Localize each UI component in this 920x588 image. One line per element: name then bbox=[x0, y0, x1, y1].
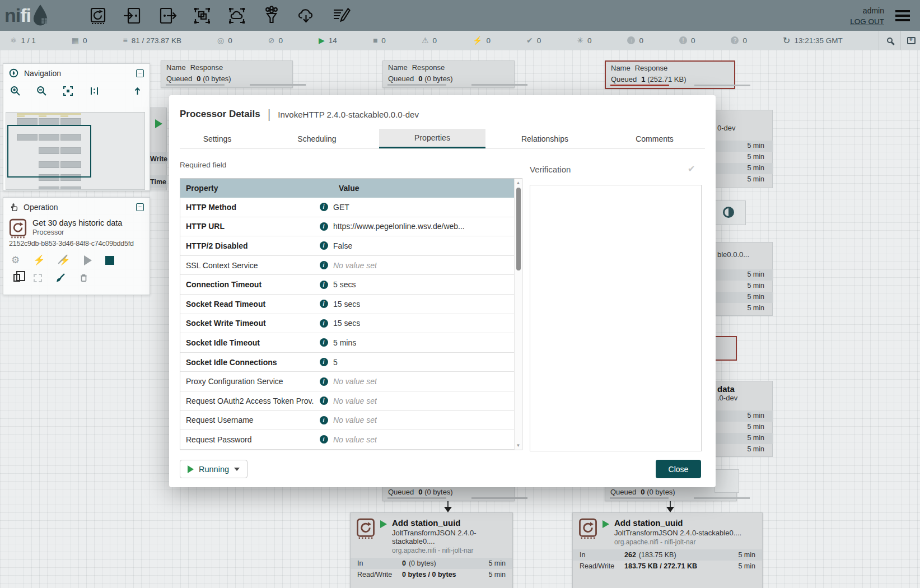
minimap-component bbox=[60, 186, 81, 190]
chevron-down-icon bbox=[234, 468, 240, 471]
connection-label[interactable]: NameResponse Queued0 (0 bytes) bbox=[161, 60, 293, 88]
scroll-down-icon[interactable]: ▼ bbox=[515, 443, 522, 448]
queue-bar bbox=[610, 497, 669, 499]
configure-icon[interactable]: ⚙ bbox=[11, 254, 20, 266]
info-icon[interactable]: i bbox=[320, 241, 328, 250]
processor-component-icon[interactable] bbox=[87, 4, 109, 27]
info-icon[interactable]: i bbox=[320, 281, 328, 289]
connection-label-alert[interactable]: NameResponse Queued1 (252.71 KB) bbox=[605, 60, 735, 89]
verify-properties-icon[interactable]: ✔ bbox=[688, 164, 695, 174]
run-state-dropdown[interactable]: Running bbox=[180, 460, 247, 478]
info-icon[interactable]: i bbox=[320, 416, 328, 424]
status-running: ▶14 bbox=[319, 36, 337, 45]
processor-icon bbox=[578, 518, 597, 539]
stat-window: 5 min bbox=[747, 153, 764, 161]
processor-name: Add station_uuid bbox=[392, 518, 507, 528]
queue-bar bbox=[471, 84, 527, 86]
info-icon[interactable]: i bbox=[320, 435, 328, 444]
stop-icon[interactable] bbox=[105, 256, 114, 265]
tab-settings[interactable]: Settings bbox=[180, 129, 255, 148]
stat-label-fragment: Write bbox=[150, 155, 167, 163]
tab-properties[interactable]: Properties bbox=[379, 129, 485, 148]
info-icon[interactable]: i bbox=[320, 222, 328, 231]
disable-icon[interactable]: ⚡ bbox=[58, 254, 70, 266]
info-icon[interactable]: i bbox=[320, 203, 328, 211]
minimap-viewport[interactable] bbox=[7, 125, 91, 178]
output-port-component-icon[interactable] bbox=[157, 4, 178, 27]
scrollbar-thumb[interactable] bbox=[516, 188, 521, 270]
info-icon[interactable]: i bbox=[320, 377, 328, 386]
search-button[interactable] bbox=[879, 31, 900, 50]
up-to-date-icon: ✔ bbox=[526, 36, 533, 45]
scroll-up-icon[interactable]: ▲ bbox=[515, 180, 522, 185]
info-icon[interactable]: i bbox=[320, 338, 328, 347]
info-icon[interactable]: i bbox=[320, 261, 328, 269]
birdseye-toggle-icon[interactable] bbox=[132, 86, 143, 96]
properties-table: Property Value HTTP Method i GET HTTP UR… bbox=[180, 178, 522, 450]
info-icon[interactable]: i bbox=[320, 396, 328, 405]
process-group-component-icon[interactable] bbox=[192, 4, 213, 27]
property-row: Proxy Configuration Service i No value s… bbox=[180, 372, 522, 391]
connection-label[interactable]: Queued0 (0 bytes) bbox=[382, 485, 515, 501]
nifi-logo: nifi bbox=[4, 3, 77, 28]
group-icon[interactable] bbox=[34, 274, 42, 282]
logout-link[interactable]: LOG OUT bbox=[850, 17, 884, 26]
template-component-icon[interactable] bbox=[296, 4, 317, 27]
connection-arrow bbox=[444, 507, 452, 512]
property-row: Request Password i No value set bbox=[180, 430, 522, 450]
tab-scheduling[interactable]: Scheduling bbox=[255, 129, 379, 148]
connection-label[interactable]: NameResponse Queued0 (0 bytes) bbox=[382, 60, 515, 88]
processor-card[interactable]: Add station_uuid JoltTransformJSON 2.4.0… bbox=[350, 512, 513, 588]
collapse-icon[interactable]: − bbox=[136, 203, 144, 211]
required-field-note: Required field bbox=[180, 161, 226, 169]
status-stopped: ■0 bbox=[373, 36, 386, 45]
running-status-icon bbox=[380, 520, 387, 528]
minimap-component bbox=[39, 186, 59, 190]
zoom-out-icon[interactable] bbox=[36, 86, 47, 96]
tab-comments[interactable]: Comments bbox=[604, 129, 705, 148]
close-button[interactable]: Close bbox=[656, 460, 701, 478]
zoom-fit-icon[interactable] bbox=[63, 86, 73, 96]
stat-window: 5 min bbox=[747, 282, 764, 290]
zoom-actual-icon[interactable] bbox=[89, 86, 100, 96]
enable-icon[interactable]: ⚡ bbox=[33, 254, 45, 266]
property-row: Socket Idle Timeout i 5 mins bbox=[180, 333, 522, 353]
label-component-icon[interactable] bbox=[330, 4, 352, 27]
logo-text: ni bbox=[4, 4, 20, 26]
status-transmitting: ◎0 bbox=[217, 36, 232, 45]
settings-icon bbox=[907, 37, 916, 44]
input-port-component-icon[interactable] bbox=[122, 4, 143, 27]
color-brush-icon[interactable] bbox=[55, 273, 66, 283]
delete-icon[interactable] bbox=[79, 273, 88, 283]
zoom-in-icon[interactable] bbox=[10, 86, 21, 96]
remote-process-group-component-icon[interactable] bbox=[226, 4, 247, 27]
copy-icon[interactable] bbox=[13, 274, 20, 282]
table-scrollbar[interactable]: ▲ ▼ bbox=[514, 179, 522, 450]
processor-card[interactable]: Add station_uuid JoltTransformJSON 2.4.0… bbox=[572, 512, 763, 588]
funnel-component-icon[interactable] bbox=[261, 4, 282, 27]
divider: | bbox=[268, 107, 271, 122]
status-refresh[interactable]: ↻13:21:35 GMT bbox=[783, 35, 843, 46]
running-status-icon bbox=[155, 119, 162, 128]
info-icon[interactable]: i bbox=[320, 319, 328, 328]
stale-icon: ↑ bbox=[627, 36, 635, 44]
start-icon[interactable] bbox=[84, 255, 92, 265]
settings-button[interactable] bbox=[901, 31, 920, 50]
info-icon[interactable]: i bbox=[320, 358, 328, 366]
processor-type-fragment: 0-dev bbox=[717, 124, 736, 132]
locally-modified-icon: ✳ bbox=[577, 36, 583, 45]
refresh-icon[interactable]: ↻ bbox=[783, 35, 790, 46]
dialog-subtitle: InvokeHTTP 2.4.0-stackable0.0.0-dev bbox=[278, 110, 419, 119]
global-menu-icon[interactable] bbox=[893, 8, 912, 24]
collapse-icon[interactable]: − bbox=[136, 69, 144, 77]
connection-queued-row: Queued0 (0 bytes) bbox=[161, 72, 292, 83]
birdseye-minimap[interactable] bbox=[6, 112, 145, 190]
connection-queued-row: Queued0 (0 bytes) bbox=[383, 72, 514, 83]
info-icon[interactable]: i bbox=[320, 300, 328, 308]
connection-name-row: NameResponse bbox=[606, 62, 734, 73]
active-threads-icon: ▦ bbox=[72, 36, 79, 45]
minimap-label bbox=[39, 115, 46, 117]
stat-window: 5 min bbox=[747, 175, 764, 183]
stat-window: 5 min bbox=[747, 293, 764, 301]
tab-relationships[interactable]: Relationships bbox=[485, 129, 604, 148]
